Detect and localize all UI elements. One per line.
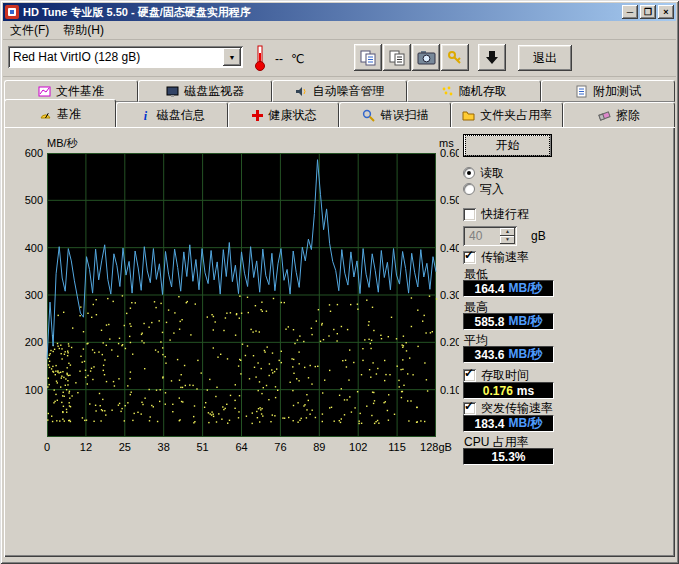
write-radio[interactable]: 写入 bbox=[463, 182, 504, 196]
burst-rate-checkbox-box: ✓ bbox=[463, 402, 476, 415]
toolbar: Red Hat VirtIO (128 gB) ▼ -- ℃ 退出 bbox=[3, 40, 676, 77]
burst-rate-value-box: 183.4 MB/秒 bbox=[463, 415, 554, 432]
extra-tests-icon bbox=[575, 85, 588, 98]
transfer-rate-checkbox[interactable]: ✓ 传输速率 bbox=[463, 250, 529, 264]
svg-text:25: 25 bbox=[119, 441, 131, 453]
tab-benchmark[interactable]: 基准 bbox=[4, 99, 116, 127]
tab-random-access[interactable]: 随机存取 bbox=[407, 80, 541, 102]
start-button[interactable]: 开始 bbox=[463, 134, 552, 157]
keys-icon bbox=[447, 50, 463, 66]
tab-aam[interactable]: 自动噪音管理 bbox=[272, 80, 406, 102]
random-access-icon bbox=[441, 85, 454, 98]
burst-rate-checkbox[interactable]: ✓ 突发传输速率 bbox=[463, 401, 553, 415]
menu-file[interactable]: 文件(F) bbox=[3, 20, 56, 41]
eraser-icon bbox=[598, 109, 611, 122]
cpu-usage-value-box: 15.3% bbox=[463, 448, 554, 465]
copy-report-button[interactable] bbox=[354, 44, 382, 71]
maximize-button[interactable]: ❐ bbox=[640, 5, 656, 19]
svg-text:0.10: 0.10 bbox=[440, 384, 459, 396]
svg-text:115: 115 bbox=[388, 441, 406, 453]
copy-pages-icon bbox=[360, 50, 377, 66]
svg-text:i: i bbox=[144, 109, 148, 122]
temperature-unit: ℃ bbox=[291, 52, 304, 66]
transfer-rate-checkbox-box: ✓ bbox=[463, 251, 476, 264]
file-benchmark-icon bbox=[38, 85, 51, 98]
dropdown-arrow-icon[interactable]: ▼ bbox=[223, 48, 241, 66]
app-icon bbox=[5, 5, 19, 19]
thermometer-icon bbox=[253, 44, 267, 75]
svg-text:0.60: 0.60 bbox=[440, 147, 459, 159]
benchmark-chart: MB/秒ms1002003004005006000.100.200.300.40… bbox=[4, 127, 459, 457]
svg-text:0.50: 0.50 bbox=[440, 194, 459, 206]
tab-extra-tests[interactable]: 附加测试 bbox=[541, 80, 675, 102]
download-arrow-icon bbox=[485, 50, 499, 66]
svg-text:MB/秒: MB/秒 bbox=[47, 137, 79, 149]
min-value-box: 164.4 MB/秒 bbox=[463, 280, 554, 297]
svg-text:500: 500 bbox=[25, 194, 43, 206]
disk-info-icon: i bbox=[139, 109, 152, 122]
window-title: HD Tune 专业版 5.50 - 硬盘/固态硬盘实用程序 bbox=[23, 5, 620, 20]
drive-select[interactable]: Red Hat VirtIO (128 gB) ▼ bbox=[8, 46, 243, 68]
svg-text:0.20: 0.20 bbox=[440, 336, 459, 348]
magnifier-icon bbox=[362, 109, 375, 122]
options-button[interactable] bbox=[441, 44, 469, 71]
screenshot-button[interactable] bbox=[412, 44, 440, 71]
benchmark-icon bbox=[39, 108, 52, 121]
camera-icon bbox=[417, 50, 436, 65]
read-radio-circle bbox=[463, 167, 475, 179]
write-radio-circle bbox=[463, 183, 475, 195]
folder-icon bbox=[462, 109, 475, 122]
menu-help[interactable]: 帮助(H) bbox=[56, 20, 111, 41]
svg-text:200: 200 bbox=[25, 336, 43, 348]
max-value-box: 585.8 MB/秒 bbox=[463, 313, 554, 330]
svg-text:64: 64 bbox=[235, 441, 247, 453]
minimize-button[interactable]: ─ bbox=[622, 5, 638, 19]
spinner-down-icon[interactable]: ▼ bbox=[500, 236, 515, 244]
avg-value-box: 343.6 MB/秒 bbox=[463, 346, 554, 363]
temperature-value: -- bbox=[275, 52, 283, 66]
tab-folder-usage[interactable]: 文件夹占用率 bbox=[451, 102, 563, 127]
short-stroke-checkbox-box: ✓ bbox=[463, 208, 476, 221]
health-cross-icon bbox=[251, 109, 264, 122]
svg-text:38: 38 bbox=[158, 441, 170, 453]
short-stroke-unit: gB bbox=[531, 229, 546, 243]
svg-text:600: 600 bbox=[25, 147, 43, 159]
benchmark-controls: 开始 读取 写入 ✓ 快捷行程 40 ▲ ▼ gB bbox=[459, 127, 671, 477]
tabs-row-lower: 基准 i 磁盘信息 健康状态 错误扫描 文件夹占用率 擦除 bbox=[4, 102, 675, 127]
spinner-up-icon[interactable]: ▲ bbox=[500, 228, 515, 236]
benchmark-page: MB/秒ms1002003004005006000.100.200.300.40… bbox=[4, 127, 675, 557]
access-time-value-box: 0.176 ms bbox=[463, 382, 554, 399]
svg-text:128gB: 128gB bbox=[420, 441, 452, 453]
svg-text:0: 0 bbox=[44, 441, 50, 453]
exit-button[interactable]: 退出 bbox=[518, 45, 572, 71]
short-stroke-size-value: 40 bbox=[463, 229, 500, 243]
copy-text-icon bbox=[389, 50, 406, 66]
tab-disk-info[interactable]: i 磁盘信息 bbox=[116, 102, 228, 127]
close-button[interactable]: × bbox=[658, 5, 674, 19]
read-radio[interactable]: 读取 bbox=[463, 166, 504, 180]
copy-text-button[interactable] bbox=[383, 44, 411, 71]
svg-text:0.30: 0.30 bbox=[440, 289, 459, 301]
svg-text:100: 100 bbox=[25, 384, 43, 396]
svg-text:89: 89 bbox=[313, 441, 325, 453]
svg-text:300: 300 bbox=[25, 289, 43, 301]
access-time-checkbox[interactable]: ✓ 存取时间 bbox=[463, 368, 529, 382]
update-button[interactable] bbox=[478, 44, 506, 71]
speaker-icon bbox=[295, 85, 308, 98]
svg-text:102: 102 bbox=[349, 441, 367, 453]
disk-monitor-icon bbox=[166, 85, 179, 98]
tab-erase[interactable]: 擦除 bbox=[563, 102, 675, 127]
tab-disk-monitor[interactable]: 磁盘监视器 bbox=[138, 80, 272, 102]
svg-text:400: 400 bbox=[25, 242, 43, 254]
hdtune-window: HD Tune 专业版 5.50 - 硬盘/固态硬盘实用程序 ─ ❐ × 文件(… bbox=[0, 0, 679, 564]
short-stroke-size-input[interactable]: 40 ▲ ▼ bbox=[463, 226, 517, 246]
titlebar: HD Tune 专业版 5.50 - 硬盘/固态硬盘实用程序 ─ ❐ × bbox=[3, 3, 676, 21]
svg-text:0.40: 0.40 bbox=[440, 242, 459, 254]
tab-health[interactable]: 健康状态 bbox=[228, 102, 340, 127]
tab-error-scan[interactable]: 错误扫描 bbox=[339, 102, 451, 127]
svg-text:12: 12 bbox=[80, 441, 92, 453]
short-stroke-checkbox[interactable]: ✓ 快捷行程 bbox=[463, 207, 529, 221]
drive-select-value: Red Hat VirtIO (128 gB) bbox=[8, 50, 223, 64]
svg-text:51: 51 bbox=[196, 441, 208, 453]
menubar: 文件(F) 帮助(H) bbox=[3, 21, 676, 40]
